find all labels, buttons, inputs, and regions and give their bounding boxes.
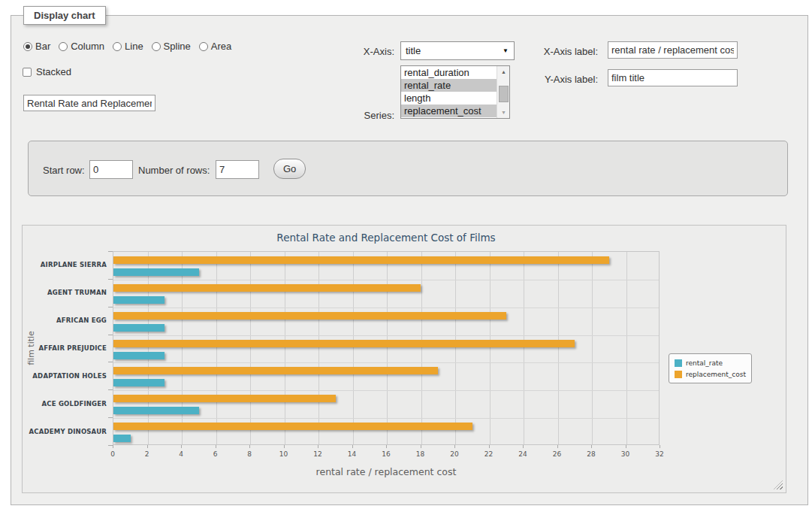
series-option-replacement_cost[interactable]: replacement_cost bbox=[401, 105, 497, 117]
x-axis-tick bbox=[216, 445, 216, 448]
y-axis-tick bbox=[108, 417, 113, 418]
x-axis-tick bbox=[421, 445, 421, 448]
resize-handle-icon[interactable] bbox=[774, 480, 783, 489]
legend-item-replacement_cost[interactable]: replacement_cost bbox=[675, 368, 746, 380]
gridline bbox=[592, 252, 593, 444]
radio-icon[interactable] bbox=[199, 42, 208, 51]
radio-label: Column bbox=[71, 41, 104, 52]
gridline bbox=[455, 252, 456, 444]
gridline bbox=[285, 252, 285, 444]
bar-rental_rate[interactable] bbox=[113, 407, 199, 414]
chart-plot-area bbox=[113, 251, 660, 445]
scroll-down-icon[interactable]: ▼ bbox=[497, 107, 510, 118]
x-axis-select-value: title bbox=[401, 45, 503, 56]
bar-replacement_cost[interactable] bbox=[113, 256, 609, 264]
series-option-rental_rate[interactable]: rental_rate bbox=[401, 79, 497, 92]
x-tick-label: 32 bbox=[648, 450, 671, 458]
x-tick-label: 10 bbox=[273, 450, 295, 458]
x-axis-tick bbox=[489, 445, 490, 448]
y-axis-tick bbox=[108, 445, 113, 446]
x-axis-title: rental rate / replacement cost bbox=[113, 466, 660, 477]
gridline bbox=[387, 252, 388, 444]
bar-replacement_cost[interactable] bbox=[113, 423, 472, 430]
series-option-length[interactable]: length bbox=[401, 92, 497, 105]
x-tick-label: 26 bbox=[546, 450, 569, 458]
x-axis-tick bbox=[284, 445, 285, 448]
gridline bbox=[558, 252, 559, 444]
chart-container: Rental Rate and Replacement Cost of Film… bbox=[22, 225, 786, 493]
x-axis-label-input[interactable] bbox=[608, 41, 738, 59]
start-row-input[interactable] bbox=[89, 160, 133, 179]
chart-type-radio-column[interactable]: Column bbox=[59, 41, 104, 52]
chart-title-input[interactable] bbox=[23, 95, 155, 111]
bar-rental_rate[interactable] bbox=[113, 324, 165, 332]
series-option-rental_duration[interactable]: rental_duration bbox=[401, 66, 497, 79]
category-label: AGENT TRUMAN bbox=[23, 279, 107, 307]
bar-rental_rate[interactable] bbox=[113, 379, 165, 386]
x-axis-tick bbox=[557, 445, 558, 448]
bar-replacement_cost[interactable] bbox=[113, 367, 438, 374]
row-range-panel: Start row: Number of rows: Go bbox=[28, 141, 788, 196]
y-axis-tick bbox=[108, 362, 113, 362]
x-tick-label: 4 bbox=[170, 450, 192, 458]
go-button[interactable]: Go bbox=[273, 159, 306, 179]
x-axis-tick bbox=[591, 445, 592, 448]
bar-rental_rate[interactable] bbox=[113, 268, 199, 276]
x-axis-tick bbox=[318, 445, 318, 448]
gridline bbox=[113, 280, 659, 280]
gridline bbox=[148, 252, 149, 444]
bar-replacement_cost[interactable] bbox=[113, 395, 336, 402]
legend-swatch bbox=[675, 371, 682, 378]
x-tick-label: 6 bbox=[204, 450, 227, 458]
x-tick-label: 28 bbox=[580, 450, 602, 458]
x-axis-tick bbox=[181, 445, 182, 448]
x-axis-select[interactable]: title ▼ bbox=[400, 41, 515, 60]
stacked-checkbox[interactable] bbox=[23, 68, 32, 77]
x-axis-tick bbox=[386, 445, 387, 448]
x-tick-label: 8 bbox=[238, 450, 261, 458]
fieldset-legend: Display chart bbox=[23, 6, 106, 25]
x-axis-tick bbox=[523, 445, 524, 448]
legend-item-rental_rate[interactable]: rental_rate bbox=[675, 357, 746, 368]
chart-type-radio-area[interactable]: Area bbox=[199, 41, 231, 52]
x-tick-label: 12 bbox=[306, 450, 329, 458]
radio-icon[interactable] bbox=[23, 42, 32, 51]
radio-label: Line bbox=[125, 41, 143, 52]
radio-icon[interactable] bbox=[59, 42, 68, 51]
bar-replacement_cost[interactable] bbox=[113, 340, 575, 347]
scrollbar-thumb[interactable] bbox=[499, 86, 509, 102]
x-axis-label-field-label: X-Axis label: bbox=[507, 46, 598, 57]
radio-icon[interactable] bbox=[152, 42, 161, 51]
x-axis-tick bbox=[660, 445, 660, 448]
radio-icon[interactable] bbox=[113, 42, 122, 51]
gridline bbox=[113, 362, 659, 363]
bar-replacement_cost[interactable] bbox=[113, 312, 506, 320]
chart-type-radio-line[interactable]: Line bbox=[113, 41, 143, 52]
gridline bbox=[353, 252, 354, 444]
x-axis-tick bbox=[249, 445, 250, 448]
bar-rental_rate[interactable] bbox=[113, 296, 165, 304]
y-axis-label-input[interactable] bbox=[608, 69, 738, 86]
x-axis-tick bbox=[626, 445, 626, 448]
category-label: AIRPLANE SIERRA bbox=[23, 251, 107, 279]
radio-label: Area bbox=[211, 41, 231, 52]
gridline bbox=[182, 252, 183, 444]
bar-rental_rate[interactable] bbox=[113, 435, 131, 442]
stacked-checkbox-row[interactable]: Stacked bbox=[23, 66, 71, 77]
legend-label: replacement_cost bbox=[686, 371, 746, 378]
chart-type-radio-spline[interactable]: Spline bbox=[152, 41, 191, 52]
chart-type-radio-bar[interactable]: Bar bbox=[23, 41, 50, 52]
y-axis-tick bbox=[108, 251, 113, 252]
bar-rental_rate[interactable] bbox=[113, 352, 165, 359]
gridline bbox=[318, 252, 319, 444]
number-of-rows-input[interactable] bbox=[216, 160, 259, 179]
gridline bbox=[421, 252, 422, 444]
chart-title: Rental Rate and Replacement Cost of Film… bbox=[113, 232, 660, 244]
series-listbox[interactable]: rental_durationrental_ratelengthreplacem… bbox=[400, 65, 510, 119]
start-row-label: Start row: bbox=[43, 165, 85, 176]
x-tick-label: 2 bbox=[136, 450, 158, 458]
y-axis-tick bbox=[108, 389, 113, 390]
gridline bbox=[113, 418, 659, 419]
bar-replacement_cost[interactable] bbox=[113, 284, 421, 292]
x-tick-label: 20 bbox=[443, 450, 466, 458]
